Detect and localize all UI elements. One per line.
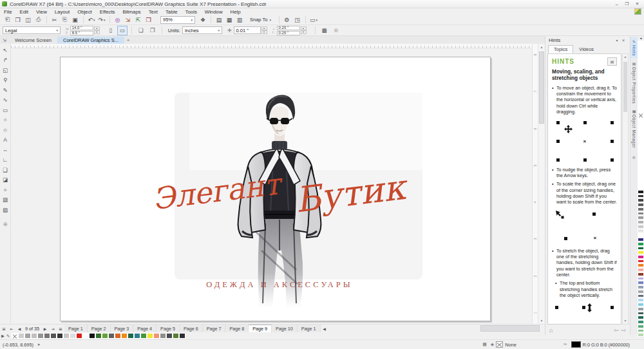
document-palette-swatch[interactable]	[50, 333, 57, 339]
customize-toolbox-button[interactable]: ⊕	[1, 220, 10, 230]
quick-customize-property-bar-button[interactable]: ⊕	[331, 26, 341, 35]
scroll-up-icon[interactable]: ▲	[538, 44, 545, 50]
interactive-fill-tool[interactable]: ▨	[1, 195, 10, 205]
drop-shadow-tool[interactable]: ❑	[1, 165, 10, 175]
page-tab[interactable]: Page 3	[111, 325, 134, 332]
add-page-before-button[interactable]: ⊞	[0, 325, 8, 332]
palette-color-swatch[interactable]	[638, 329, 644, 333]
palette-color-swatch[interactable]	[638, 225, 644, 229]
palette-color-swatch[interactable]	[638, 259, 644, 263]
menu-item[interactable]: File	[0, 8, 16, 15]
vertical-ruler[interactable]: 87654321	[532, 44, 538, 324]
menu-item[interactable]: Object	[73, 8, 96, 15]
treat-as-filled-button[interactable]: ▩	[319, 26, 330, 35]
fill-none-swatch[interactable]	[496, 341, 503, 348]
search-content-button[interactable]: ◎	[113, 15, 123, 24]
parallel-dimension-tool[interactable]: ⇔	[1, 145, 10, 155]
open-button[interactable]: ❒	[13, 15, 23, 24]
page-size-spinner[interactable]: ▴▾	[94, 26, 100, 34]
menu-item[interactable]: Text	[145, 8, 162, 15]
minimize-button[interactable]: –	[612, 1, 621, 7]
drawing-area[interactable]: Элегант Бутик ОДЕЖДА И АКСЕССУАРЫ	[11, 44, 532, 324]
page-size-select[interactable]: Legal ▾	[3, 26, 61, 34]
palette-color-swatch[interactable]	[638, 263, 644, 267]
document-tab[interactable]: CorelDRAW Graphics S...	[57, 37, 124, 44]
menu-item[interactable]: Window	[201, 8, 227, 15]
palette-color-swatch[interactable]	[638, 298, 644, 302]
cut-button[interactable]: ✂	[50, 15, 60, 24]
page-width-field[interactable]: 14.0 "	[70, 26, 93, 30]
menu-item[interactable]: Bitmaps	[118, 8, 144, 15]
document-palette-swatch[interactable]	[102, 333, 108, 339]
redo-button[interactable]: ↷▾	[97, 15, 107, 24]
palette-color-swatch[interactable]	[638, 242, 644, 246]
page-tab[interactable]: Page 1	[298, 325, 321, 332]
palette-color-swatch[interactable]	[638, 255, 644, 259]
page-tab[interactable]: Page 5	[156, 325, 180, 332]
palette-color-swatch[interactable]	[638, 290, 644, 294]
snap-to-dropdown[interactable]: Snap To ▾	[250, 17, 271, 23]
print-button[interactable]: ⎙	[33, 15, 44, 24]
menu-item[interactable]: Tools	[182, 8, 201, 15]
scroll-down-icon[interactable]: ▼	[538, 317, 545, 324]
add-page-after-button[interactable]: ⊞	[57, 325, 64, 332]
vertical-scrollbar-thumb[interactable]	[539, 52, 544, 124]
document-tab[interactable]: Welcome Screen	[9, 37, 57, 44]
save-button[interactable]: ◫	[23, 15, 33, 24]
palette-color-swatch[interactable]	[638, 198, 644, 202]
page-height-field[interactable]: 8.5 "	[70, 31, 93, 35]
palette-color-swatch[interactable]	[638, 203, 644, 207]
palette-color-swatch[interactable]	[638, 277, 644, 281]
palette-color-swatch[interactable]	[638, 207, 644, 211]
palette-color-swatch[interactable]	[638, 194, 644, 198]
page-tab[interactable]: Page 2	[88, 325, 111, 332]
show-rulers-button[interactable]: ▤	[214, 15, 224, 24]
docker-tab-object-properties[interactable]: ▤ Object Properties	[630, 59, 638, 106]
document-palette-swatch[interactable]	[179, 333, 185, 339]
palette-color-swatch[interactable]	[638, 268, 644, 272]
copy-button[interactable]: ⎘	[60, 15, 70, 24]
new-document-button[interactable]: ⎗	[3, 15, 13, 24]
import-button[interactable]: ⇲	[123, 15, 133, 24]
menu-item[interactable]: Effects	[96, 8, 119, 15]
duplicate-distance-y-field[interactable]: 0.25 "	[277, 31, 300, 35]
docker-close-icon[interactable]: ✕	[620, 38, 627, 42]
rectangle-tool[interactable]: ▭	[1, 105, 10, 115]
page-tab[interactable]: Page 8	[225, 325, 249, 332]
document-palette-swatch[interactable]	[140, 333, 147, 339]
zoom-tool[interactable]: ⚲	[1, 75, 10, 86]
ellipse-tool[interactable]: ○	[1, 115, 10, 126]
hints-back-icon[interactable]: ⇦	[614, 327, 619, 334]
hints-forward-icon[interactable]: ⇨	[621, 327, 626, 334]
horizontal-scrollbar-thumb[interactable]	[480, 325, 540, 332]
document-palette-swatch[interactable]	[95, 333, 102, 339]
no-color-swatch[interactable]	[638, 41, 644, 189]
palette-color-swatch[interactable]	[638, 333, 644, 337]
quick-customize-button[interactable]: ⊕	[632, 155, 636, 160]
palette-color-swatch[interactable]	[638, 325, 644, 328]
full-screen-preview-button[interactable]: ❖	[198, 15, 208, 24]
document-palette-swatch[interactable]	[128, 333, 134, 339]
document-palette-swatch[interactable]	[24, 333, 31, 339]
page-tab[interactable]: Page 1	[64, 325, 88, 332]
document-palette-swatch[interactable]	[82, 333, 89, 339]
units-select[interactable]: inches ▾	[182, 26, 222, 34]
menu-item[interactable]: Help	[227, 8, 245, 15]
shape-tool[interactable]: ↱	[1, 55, 10, 66]
document-palette-swatch[interactable]	[31, 333, 37, 339]
palette-color-swatch[interactable]	[638, 294, 644, 298]
document-palette-swatch[interactable]	[121, 333, 128, 339]
document-palette-swatch[interactable]	[160, 333, 166, 339]
palette-color-swatch[interactable]	[638, 316, 644, 319]
palette-color-swatch[interactable]	[638, 190, 644, 194]
nudge-offset-field[interactable]: 0.01 "	[234, 26, 261, 34]
smart-fill-tool[interactable]: ▧	[1, 205, 10, 215]
eyedropper-icon[interactable]: ✎	[6, 334, 10, 339]
palette-color-swatch[interactable]	[638, 233, 644, 237]
menu-item[interactable]: Edit	[16, 8, 32, 15]
docker-tab-object-manager[interactable]: ▦ Object Manager	[630, 107, 638, 150]
menu-item[interactable]: Layout	[51, 8, 73, 15]
page-tab[interactable]: Page 9	[249, 325, 272, 333]
no-color-swatch[interactable]	[12, 333, 18, 339]
transparency-tool[interactable]: ◪	[1, 175, 10, 185]
